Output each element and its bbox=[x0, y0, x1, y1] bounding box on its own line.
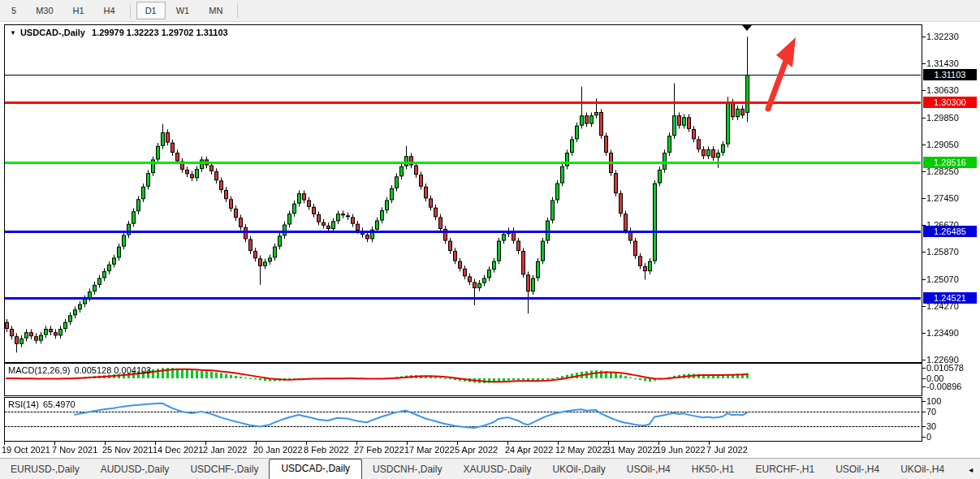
date-axis-label: 7 Nov 2021 bbox=[52, 445, 97, 455]
toolbar-separator bbox=[237, 3, 238, 18]
tab-usoil-h4[interactable]: USOil-,H4 bbox=[825, 460, 890, 479]
price-axis-label: 1.25070 bbox=[926, 274, 978, 284]
price-badge-resistance-line-red: 1.30300 bbox=[923, 97, 977, 108]
date-axis-label: 27 Feb 2022 bbox=[354, 445, 404, 455]
date-axis-label: 24 Apr 2022 bbox=[505, 445, 553, 455]
price-axis-label: 1.23490 bbox=[926, 328, 978, 338]
date-axis-label: 12 May 2022 bbox=[555, 445, 607, 455]
tab-eurusd-daily[interactable]: EURUSD-,Daily bbox=[0, 460, 90, 479]
ohlc-values: 1.29979 1.32223 1.29702 1.31103 bbox=[92, 28, 228, 37]
timeframe-button-d1[interactable]: D1 bbox=[136, 2, 166, 19]
macd-values: 0.005128 0.004103 bbox=[74, 365, 151, 375]
tab-ukoil-daily[interactable]: UKOil-,Daily bbox=[542, 460, 615, 479]
date-axis-label: 14 Dec 2021 bbox=[153, 445, 203, 455]
price-badge-current-price-line: 1.31103 bbox=[923, 69, 977, 80]
date-axis-label: 7 Jul 2022 bbox=[706, 445, 748, 455]
price-axis-label: 1.31430 bbox=[926, 58, 978, 68]
date-axis-label: 20 Jan 2022 bbox=[253, 445, 303, 455]
timeframe-button-h4[interactable]: H4 bbox=[95, 2, 124, 19]
timeframe-button-5[interactable]: 5 bbox=[2, 2, 25, 19]
rsi-label: RSI(14)65.4970 bbox=[8, 399, 76, 409]
tab-xauusd-daily[interactable]: XAUUSD-,Daily bbox=[452, 460, 542, 479]
timeframe-button-m30[interactable]: M30 bbox=[27, 2, 62, 19]
date-axis-label: 5 Apr 2022 bbox=[455, 445, 498, 455]
rsi-value: 65.4970 bbox=[43, 399, 76, 409]
macd-name: MACD(12,26,9) bbox=[8, 365, 70, 375]
macd-axis-label: -0.00896 bbox=[926, 382, 978, 391]
rsi-axis-label: 0 bbox=[926, 432, 978, 442]
price-axis-label: 1.25870 bbox=[926, 247, 978, 257]
rsi-indicator-panel[interactable] bbox=[4, 397, 922, 442]
price-axis-label: 1.30630 bbox=[926, 85, 978, 95]
date-axis-label: 25 Nov 2021 bbox=[102, 445, 153, 455]
rsi-axis-label: 100 bbox=[926, 396, 978, 406]
timeframe-button-mn[interactable]: MN bbox=[200, 2, 231, 19]
rsi-axis-label: 30 bbox=[926, 421, 978, 431]
tab-usdchf-daily[interactable]: USDCHF-,Daily bbox=[179, 460, 269, 479]
price-badge-support-line-blue-2: 1.24521 bbox=[923, 292, 977, 304]
symbol-name: USDCAD-,Daily bbox=[20, 28, 85, 37]
date-axis-label: 19 Jun 2022 bbox=[656, 445, 706, 455]
tab-eurchf-h1[interactable]: EURCHF-,H1 bbox=[745, 460, 825, 479]
price-axis-label: 1.29850 bbox=[926, 113, 978, 123]
date-axis-label: 8 Feb 2022 bbox=[304, 445, 349, 455]
macd-axis-label: 0.010578 bbox=[926, 363, 978, 373]
tab-usdcad-daily[interactable]: USDCAD-,Daily bbox=[269, 459, 362, 479]
symbol-tab-bar: EURUSD-,DailyAUDUSD-,DailyUSDCHF-,DailyU… bbox=[0, 458, 980, 479]
timeframe-button-w1[interactable]: W1 bbox=[167, 2, 199, 19]
price-axis-label: 1.32230 bbox=[926, 32, 978, 41]
macd-label: MACD(12,26,9)0.005128 0.004103 bbox=[8, 365, 151, 375]
tab-usdcnh-daily[interactable]: USDCNH-,Daily bbox=[362, 460, 452, 479]
chart-title: ▼USDCAD-,Daily1.29979 1.32223 1.29702 1.… bbox=[10, 28, 228, 37]
tab-scroll-left-icon[interactable]: ◂ bbox=[963, 461, 978, 479]
price-badge-support-line-blue-1: 1.26485 bbox=[923, 226, 977, 237]
timeframe-toolbar: 5M30H1H4D1W1MN bbox=[0, 0, 980, 22]
tab-usoil-h4[interactable]: USOil-,H4 bbox=[616, 460, 681, 479]
tab-hk50-h1[interactable]: HK50-,H1 bbox=[681, 460, 745, 479]
date-axis-label: 19 Oct 2021 bbox=[2, 445, 50, 455]
price-axis-label: 1.27450 bbox=[926, 193, 978, 203]
rsi-axis-label: 70 bbox=[926, 407, 978, 416]
date-axis-label: 2 Jan 2022 bbox=[203, 445, 247, 455]
toolbar-separator bbox=[130, 3, 131, 18]
date-axis-label: 17 Mar 2022 bbox=[404, 445, 455, 455]
price-badge-support-line-green: 1.28516 bbox=[923, 157, 977, 168]
date-axis-label: 31 May 2022 bbox=[606, 445, 658, 455]
symbol-dropdown-icon[interactable]: ▼ bbox=[10, 29, 16, 37]
timeframe-button-h1[interactable]: H1 bbox=[64, 2, 93, 19]
rsi-name: RSI(14) bbox=[8, 399, 39, 409]
main-chart-panel[interactable] bbox=[4, 24, 922, 363]
tab-audusd-daily[interactable]: AUDUSD-,Daily bbox=[90, 460, 180, 479]
tab-ukoil-h4[interactable]: UKOil-,H4 bbox=[890, 460, 955, 479]
price-axis-label: 1.29050 bbox=[926, 140, 978, 149]
